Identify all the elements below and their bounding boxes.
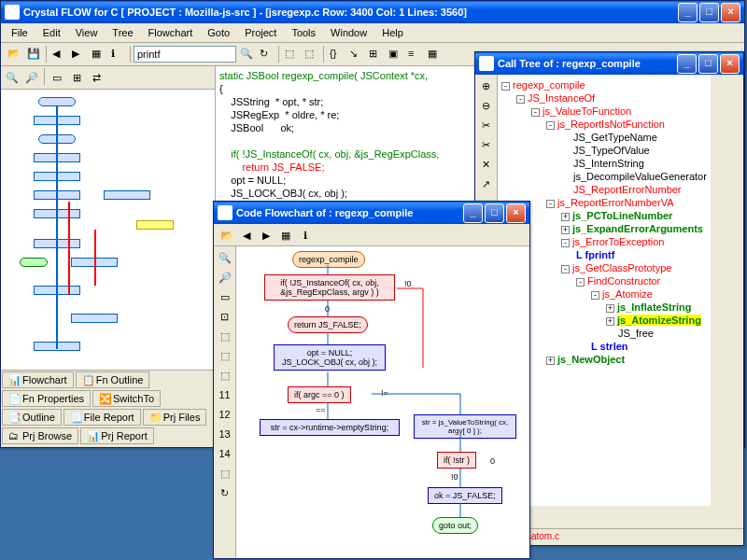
- zoom-in-icon[interactable]: 🔎: [22, 68, 41, 87]
- fc-ret1-node[interactable]: return JS_FALSE;: [288, 316, 368, 333]
- fc-cond2-node[interactable]: if( argc == 0 ): [288, 386, 351, 403]
- indent-icon[interactable]: ▦: [89, 45, 107, 63]
- tree-icon[interactable]: ⊞: [366, 45, 385, 63]
- fc-start-node[interactable]: regexp_compile: [292, 251, 365, 268]
- menu-window[interactable]: Window: [324, 25, 374, 40]
- tab-prj-report[interactable]: 📊Prj Report: [80, 427, 154, 444]
- tool-b-icon[interactable]: ⬚: [302, 45, 320, 63]
- minimize-button[interactable]: _: [463, 203, 483, 223]
- tree-node[interactable]: -FindConstructor: [501, 274, 707, 287]
- tree-node[interactable]: -js_GetClassPrototype: [501, 261, 707, 274]
- tree-node[interactable]: JS_ReportErrorNumber: [501, 183, 707, 196]
- menu-help[interactable]: Help: [375, 25, 410, 40]
- mini-flowchart-canvas[interactable]: [1, 90, 215, 370]
- tab-prj-browse[interactable]: 🗂Prj Browse: [2, 427, 78, 444]
- fc-goto-node[interactable]: goto out;: [432, 517, 478, 534]
- menu-goto[interactable]: Goto: [201, 25, 236, 40]
- t5-icon[interactable]: ↻: [216, 483, 234, 502]
- tree-node[interactable]: +js_InflateString: [501, 301, 707, 314]
- fc-cond1-node[interactable]: if( !JS_InstanceOf( cx, obj, &js_RegExpC…: [264, 274, 395, 301]
- n13-icon[interactable]: 13: [216, 425, 234, 443]
- tree-node[interactable]: +js_PCToLineNumber: [501, 209, 707, 222]
- flowchart-canvas[interactable]: regexp_compile if( !JS_InstanceOf( cx, o…: [236, 246, 529, 558]
- tree-toggle-icon[interactable]: -: [561, 265, 570, 273]
- info2-icon[interactable]: ℹ: [296, 226, 315, 245]
- scissors-icon[interactable]: ✂: [477, 116, 496, 134]
- menu-tools[interactable]: Tools: [285, 25, 322, 40]
- tree-toggle-icon[interactable]: -: [561, 239, 570, 247]
- tree-toggle-icon[interactable]: -: [546, 200, 555, 208]
- tree-toggle-icon[interactable]: -: [516, 95, 525, 104]
- info-icon[interactable]: ℹ: [108, 45, 127, 63]
- floppy-icon[interactable]: 💾: [24, 45, 43, 63]
- grid2-icon[interactable]: ▦: [276, 226, 295, 245]
- maximize-button[interactable]: □: [485, 203, 504, 223]
- sync-icon[interactable]: ⇄: [87, 68, 106, 87]
- bracket-icon[interactable]: {}: [327, 45, 345, 63]
- n12-icon[interactable]: 12: [216, 405, 234, 424]
- tree-node[interactable]: -regexp_compile: [501, 78, 707, 91]
- tree-node[interactable]: JS_GetTypeName: [501, 131, 707, 144]
- fc-stmt4-node[interactable]: ok = JS_FALSE;: [428, 487, 502, 504]
- tree-toggle-icon[interactable]: +: [606, 317, 614, 326]
- tab-fn-properties[interactable]: 📄Fn Properties: [2, 390, 91, 407]
- menu-flowchart[interactable]: Flowchart: [142, 25, 200, 40]
- grid-icon[interactable]: ▦: [425, 45, 444, 63]
- close-button[interactable]: ×: [720, 54, 740, 74]
- t1-icon[interactable]: ⬚: [216, 327, 234, 345]
- tree-node[interactable]: -js_Atomize: [501, 287, 707, 301]
- zoom2-icon[interactable]: 🔎: [216, 268, 234, 287]
- fit2-icon[interactable]: ▭: [216, 287, 234, 306]
- tab-file-report[interactable]: 📃File Report: [63, 409, 141, 426]
- expand-icon[interactable]: ⊕: [477, 77, 496, 95]
- close-button[interactable]: ×: [506, 203, 526, 223]
- tree-node[interactable]: +js_AtomizeString: [501, 314, 707, 327]
- tab-switchto[interactable]: 🔀SwitchTo: [92, 390, 161, 407]
- search-input[interactable]: [134, 46, 236, 63]
- tree-node[interactable]: L fprintf: [501, 248, 707, 261]
- search-icon[interactable]: 🔍: [237, 45, 256, 63]
- tree-node[interactable]: JS_TypeOfValue: [501, 144, 707, 157]
- menu-project[interactable]: Project: [238, 25, 283, 40]
- nav1-icon[interactable]: ◀: [237, 226, 256, 245]
- fc-stmt3-node[interactable]: str = js_ValueToString( cx, argv[ 0 ] );: [414, 414, 516, 439]
- tree-toggle-icon[interactable]: -: [501, 82, 510, 91]
- minimize-button[interactable]: _: [677, 54, 697, 74]
- tree-toggle-icon[interactable]: +: [546, 357, 555, 365]
- list-icon[interactable]: ≡: [405, 45, 424, 63]
- forward-icon[interactable]: ▶: [69, 45, 88, 63]
- tree-node[interactable]: js_DecompileValueGenerator: [501, 170, 707, 183]
- tool-a-icon[interactable]: ⬚: [282, 45, 301, 63]
- minimize-button[interactable]: _: [678, 3, 698, 22]
- t2-icon[interactable]: ⬚: [216, 346, 234, 365]
- menu-edit[interactable]: Edit: [36, 25, 67, 40]
- tab-fn-outline[interactable]: 📋Fn Outline: [76, 371, 150, 388]
- maximize-button[interactable]: □: [698, 54, 718, 74]
- n11-icon[interactable]: 11: [216, 385, 234, 404]
- tree-node[interactable]: -js_ValueToFunction: [501, 105, 707, 118]
- fit3-icon[interactable]: ⊡: [216, 307, 234, 326]
- tab-prj-files[interactable]: 📁Prj Files: [143, 409, 207, 426]
- collapse-icon[interactable]: ⊖: [477, 96, 496, 115]
- zoom-icon[interactable]: 🔍: [216, 248, 234, 267]
- step-icon[interactable]: ↘: [346, 45, 365, 63]
- arrow-icon[interactable]: ↗: [477, 175, 496, 193]
- scissors2-icon[interactable]: ✂: [477, 135, 496, 154]
- tree-node[interactable]: -JS_InstanceOf: [501, 91, 707, 105]
- tree-node[interactable]: +js_NewObject: [501, 353, 707, 366]
- tree-toggle-icon[interactable]: +: [561, 213, 570, 221]
- back-icon[interactable]: ◀: [49, 45, 68, 63]
- layout-icon[interactable]: ⊞: [67, 68, 86, 87]
- t4-icon[interactable]: ⬚: [216, 464, 234, 483]
- tab-outline[interactable]: 📑Outline: [2, 409, 62, 426]
- nav2-icon[interactable]: ▶: [257, 226, 275, 245]
- tree-node[interactable]: -js_ReportIsNotFunction: [501, 118, 707, 131]
- menu-tree[interactable]: Tree: [106, 25, 139, 40]
- box-icon[interactable]: ▣: [386, 45, 404, 63]
- tree-node[interactable]: JS_InternString: [501, 157, 707, 170]
- tree-toggle-icon[interactable]: -: [576, 278, 585, 287]
- menu-view[interactable]: View: [69, 25, 105, 40]
- t3-icon[interactable]: ⬚: [216, 366, 234, 385]
- open2-icon[interactable]: 📂: [218, 226, 236, 245]
- tree-node[interactable]: JS_free: [501, 327, 707, 340]
